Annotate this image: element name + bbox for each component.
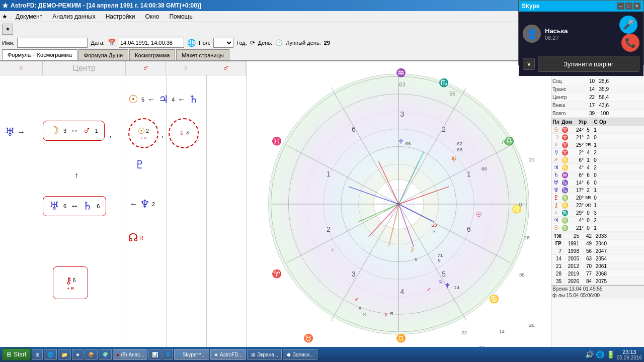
uranus-saturn-box: ♅ 6 ↔ ♄ 6 bbox=[43, 196, 106, 216]
gender-select[interactable] bbox=[213, 38, 233, 48]
svg-text:♊: ♊ bbox=[396, 333, 406, 343]
saturn2-symbol: ♄ bbox=[83, 200, 93, 213]
taskbar-icon-4: ★ bbox=[75, 352, 80, 357]
saturn-deg: 6° bbox=[570, 172, 585, 178]
skype-mic-button[interactable]: 🎤 bbox=[619, 16, 637, 34]
planet-table-header: Пл Дом Угр С Ор bbox=[551, 118, 644, 126]
menu-settings[interactable]: Настройки bbox=[104, 12, 137, 21]
svg-text:♀: ♀ bbox=[330, 246, 335, 253]
trans-v2: 35,9 bbox=[596, 86, 610, 92]
node-group: ☊ R bbox=[128, 231, 143, 244]
node-r-label: R bbox=[139, 235, 143, 241]
summary-row-center: Центр 22 56,4 bbox=[551, 94, 644, 102]
arrow-left-r1: ← bbox=[147, 95, 155, 104]
tj-label: ТЖ bbox=[551, 233, 562, 239]
y28-v1: 2019 bbox=[562, 271, 580, 277]
venus-house: 2R bbox=[585, 142, 592, 147]
globe-icon[interactable]: 🌐 bbox=[187, 39, 196, 47]
menu-document[interactable]: Документ bbox=[14, 12, 44, 21]
taskbar-btn-3[interactable]: 📁 bbox=[58, 349, 71, 360]
dom-col-header: Дом bbox=[560, 119, 573, 125]
taskbar-btn-6[interactable]: 🌍 bbox=[99, 349, 112, 360]
svg-text:35: 35 bbox=[519, 272, 525, 278]
tab-kosmogramma[interactable]: Космограмма bbox=[129, 49, 175, 60]
pluto-sign: ♍ bbox=[560, 195, 570, 201]
taskbar-icon-3: 📁 bbox=[61, 352, 67, 357]
name-input[interactable] bbox=[17, 38, 88, 48]
saturn2-sup: 6 bbox=[97, 203, 100, 209]
svg-text:2: 2 bbox=[327, 225, 331, 233]
svg-text:5: 5 bbox=[438, 257, 441, 263]
taskbar-btn-4[interactable]: ★ bbox=[72, 349, 84, 360]
tray-icon-2[interactable]: 🌐 bbox=[596, 350, 604, 358]
taskbar-btn-skype-s[interactable]: S bbox=[163, 349, 173, 360]
tray-icon-3[interactable]: 🔋 bbox=[606, 350, 615, 358]
p1-sym: ♀ bbox=[551, 209, 560, 216]
taskbar-btn-screen[interactable]: 🖥 Экрана... bbox=[247, 349, 282, 360]
toolbar-icon-1[interactable]: ★ bbox=[2, 24, 13, 35]
moon-sup: 3 bbox=[63, 128, 66, 134]
skype-end-call-button[interactable]: 📞 bbox=[621, 34, 639, 52]
calendar-icon[interactable]: 📅 bbox=[108, 39, 116, 46]
skype-close-button[interactable]: ✕ bbox=[633, 3, 640, 10]
svg-text:♆: ♆ bbox=[445, 282, 450, 289]
center-v1: 22 bbox=[582, 95, 596, 100]
taskbar-clock-area: 23:13 05.09.2016 bbox=[617, 349, 642, 360]
tray-icon-1[interactable]: 🔊 bbox=[585, 350, 594, 358]
svg-text:R: R bbox=[432, 229, 436, 234]
date-input[interactable] bbox=[119, 38, 184, 48]
menu-window[interactable]: Окно bbox=[143, 12, 161, 21]
skype-share-button[interactable]: Зупинити шарінг bbox=[538, 56, 639, 72]
trans-label: Транс bbox=[551, 86, 582, 92]
outer-v1: 17 bbox=[582, 103, 596, 108]
taskbar-btn-anac[interactable]: ● (8) Анас... bbox=[113, 349, 147, 360]
menu-help[interactable]: Помощь bbox=[167, 12, 194, 21]
mars-op: 0 bbox=[592, 157, 599, 163]
sun-r-label: + R bbox=[140, 136, 147, 140]
taskbar-btn-skype[interactable]: S Skype™... bbox=[174, 349, 209, 360]
center-label: Центр bbox=[551, 95, 582, 100]
sun-house: 5 bbox=[585, 127, 592, 133]
y7-v1: 1998 bbox=[562, 248, 580, 254]
sun-r-sup: 2 bbox=[146, 128, 149, 134]
svg-text:66: 66 bbox=[405, 141, 411, 146]
taskbar-btn-astrofd[interactable]: ★ AstroFD... bbox=[210, 349, 246, 360]
chiron-house: 0R bbox=[585, 203, 592, 208]
taskbar-btn-1[interactable]: ⊞ bbox=[32, 349, 43, 360]
y35-label: 35 bbox=[551, 279, 562, 284]
tab-maket[interactable]: Макет страницы bbox=[176, 49, 229, 60]
tab-formula-dushi[interactable]: Формула Души bbox=[78, 49, 128, 60]
svg-text:1: 1 bbox=[327, 170, 331, 178]
taskbar-btn-2[interactable]: 🌐 bbox=[44, 349, 57, 360]
start-button[interactable]: ⊞ Start bbox=[2, 348, 31, 360]
venus-op: 1 bbox=[592, 142, 599, 148]
skype-maximize-button[interactable]: □ bbox=[625, 3, 632, 10]
moon-mars-box: ☽ 3 ↔ ♂ 1 bbox=[43, 121, 105, 141]
taskbar-icon-1: ⊞ bbox=[35, 352, 39, 357]
taskbar-btn-rec[interactable]: ⏺ Записи... bbox=[283, 349, 317, 360]
y7-v2: 56 bbox=[580, 248, 593, 254]
svg-text:☉: ☉ bbox=[476, 211, 482, 218]
sun-op: 1 bbox=[592, 127, 599, 133]
taskbar-icon-6: 🌍 bbox=[102, 352, 108, 357]
soc-label: Соц bbox=[551, 78, 582, 84]
arrow-right-r2: → bbox=[17, 128, 25, 137]
arrow-to-neptune: ← bbox=[130, 200, 138, 209]
skype-expand-button[interactable]: ∨ bbox=[523, 58, 535, 70]
taskbar-btn-pp[interactable]: 📊 bbox=[148, 349, 162, 360]
skype-minimize-button[interactable]: ─ bbox=[617, 3, 624, 10]
planet-row-mars: ♂ ♋ 6° 1 0 bbox=[551, 156, 644, 164]
menu-analysis[interactable]: Анализ данных bbox=[50, 12, 97, 21]
neptune-symbol: ♆ bbox=[140, 198, 150, 211]
taskbar-label-skype: Skype™... bbox=[183, 352, 206, 357]
pluto-deg: 20° bbox=[570, 195, 585, 201]
taskbar-btn-5[interactable]: 📦 bbox=[85, 349, 98, 360]
svg-text:5: 5 bbox=[415, 256, 418, 262]
tab-formula-kosmo[interactable]: Формула + Космограмма bbox=[2, 49, 77, 60]
mercury-op: 2 bbox=[592, 150, 599, 155]
footer-time-value: 13.04 01:49:59 bbox=[569, 286, 603, 292]
main-area: ♀ Центр ♂ ♀ ♂ ☉ 5 ← ♃ bbox=[0, 61, 644, 347]
planet-row-moon: ☽ ♈ 21° 3 0 bbox=[551, 134, 644, 141]
day-clock-icon: 🕐 bbox=[275, 39, 283, 46]
year-up-icon[interactable]: ⟳ bbox=[250, 39, 255, 46]
